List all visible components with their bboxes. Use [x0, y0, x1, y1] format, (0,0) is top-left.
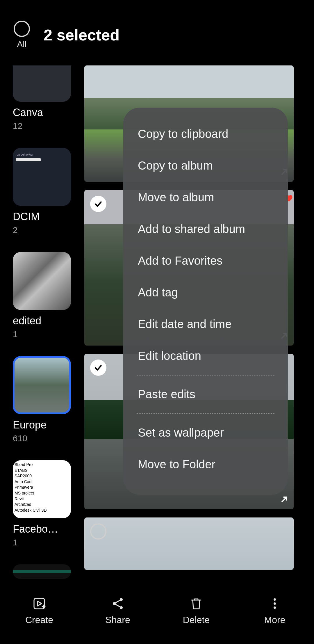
more-vertical-icon: [267, 596, 282, 611]
album-count: 2: [13, 225, 84, 235]
create-label: Create: [25, 615, 53, 625]
unselected-circle-icon: [90, 523, 106, 540]
svg-point-6: [274, 606, 276, 609]
share-icon: [110, 596, 125, 611]
album-count: 12: [13, 121, 84, 131]
sidebar-album-item[interactable]: Staad ProETABSSAP2000Auto CadPrimaveraMS…: [13, 460, 84, 547]
selection-count-title: 2 selected: [44, 26, 119, 44]
menu-item-add-favorites[interactable]: Add to Favorites: [123, 245, 288, 277]
sidebar-album-item[interactable]: Canva 12: [13, 65, 84, 131]
album-thumb: [13, 252, 71, 310]
menu-item-move-folder[interactable]: Move to Folder: [123, 449, 288, 480]
delete-button[interactable]: Delete: [167, 596, 225, 625]
selection-header: All 2 selected: [0, 15, 314, 55]
select-all-circle-icon: [14, 21, 30, 37]
select-all-button[interactable]: All: [0, 21, 44, 49]
album-thumb: Staad ProETABSSAP2000Auto CadPrimaveraMS…: [13, 460, 71, 518]
selected-check-icon: [90, 360, 106, 376]
menu-divider: [137, 413, 274, 414]
menu-item-edit-date-time[interactable]: Edit date and time: [123, 308, 288, 340]
menu-item-edit-location[interactable]: Edit location: [123, 340, 288, 372]
album-sidebar[interactable]: Canva 12 -on behaviour DCIM 2 edited 1 E…: [0, 65, 84, 644]
selected-check-icon: [90, 196, 106, 212]
trash-icon: [189, 596, 204, 611]
select-all-label: All: [17, 39, 26, 49]
album-count: 1: [13, 329, 84, 339]
album-thumb: [13, 356, 71, 414]
menu-divider: [137, 375, 274, 376]
sidebar-album-item[interactable]: -on behaviour DCIM 2: [13, 148, 84, 235]
more-actions-menu: Copy to clipboard Copy to album Move to …: [123, 108, 288, 495]
svg-rect-0: [34, 598, 44, 609]
share-button[interactable]: Share: [89, 596, 147, 625]
album-thumb: [13, 564, 71, 579]
delete-label: Delete: [183, 615, 210, 625]
album-thumb: [13, 65, 71, 102]
create-button[interactable]: Create: [10, 596, 68, 625]
more-label: More: [264, 615, 286, 625]
share-label: Share: [105, 615, 130, 625]
create-icon: [32, 596, 47, 611]
sidebar-album-item[interactable]: Europe 610: [13, 356, 84, 443]
menu-item-copy-clipboard[interactable]: Copy to clipboard: [123, 118, 288, 150]
album-thumb: -on behaviour: [13, 148, 71, 206]
album-name: DCIM: [13, 211, 74, 223]
share-arrow-icon: [280, 495, 289, 504]
album-count: 1: [13, 538, 84, 547]
svg-point-4: [274, 598, 276, 601]
album-name: Facebo…: [13, 523, 74, 535]
svg-point-5: [274, 602, 276, 605]
album-name: Europe: [13, 419, 74, 431]
sidebar-album-item[interactable]: [13, 564, 84, 579]
photo-item[interactable]: [84, 517, 294, 570]
menu-item-move-album[interactable]: Move to album: [123, 182, 288, 213]
album-name: Canva: [13, 106, 74, 119]
album-count: 610: [13, 433, 84, 443]
menu-item-add-tag[interactable]: Add tag: [123, 277, 288, 308]
sidebar-album-item[interactable]: edited 1: [13, 252, 84, 339]
menu-item-set-wallpaper[interactable]: Set as wallpaper: [123, 417, 288, 449]
menu-item-add-shared-album[interactable]: Add to shared album: [123, 213, 288, 245]
menu-item-paste-edits[interactable]: Paste edits: [123, 378, 288, 410]
menu-item-copy-album[interactable]: Copy to album: [123, 150, 288, 182]
album-name: edited: [13, 315, 74, 327]
more-button[interactable]: More: [246, 596, 304, 625]
bottom-action-bar: Create Share Delete: [0, 586, 314, 635]
